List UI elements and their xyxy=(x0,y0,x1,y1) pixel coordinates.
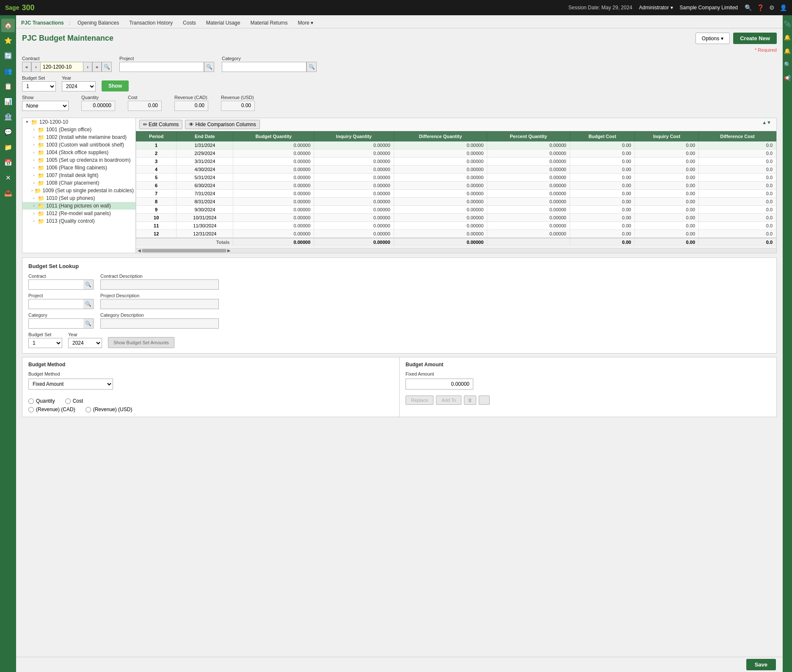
sidebar-users[interactable]: 👥 xyxy=(1,64,15,78)
budget-set-select[interactable]: 1 xyxy=(22,81,56,91)
radio-revenue-cad[interactable]: (Revenue) (CAD) xyxy=(28,407,75,412)
lookup-category-input[interactable] xyxy=(28,318,83,329)
settings-icon[interactable]: ⚙ xyxy=(769,4,775,11)
radio-cost-input[interactable] xyxy=(65,398,71,404)
lookup-project-search-btn[interactable]: 🔍 xyxy=(83,299,94,309)
lookup-category-search-btn[interactable]: 🔍 xyxy=(83,318,94,329)
radio-quantity-input[interactable] xyxy=(28,398,34,404)
tab-more[interactable]: More ▾ xyxy=(293,18,317,28)
tab-costs[interactable]: Costs xyxy=(178,18,201,28)
tab-material-returns[interactable]: Material Returns xyxy=(246,18,292,28)
tree-item[interactable]: › 📁 1012 (Re-model wall panels) xyxy=(22,210,135,217)
table-row: 6 6/30/2024 0.00000 0.00000 0.00000 0.00… xyxy=(136,182,776,190)
blank-action-button[interactable] xyxy=(479,395,490,405)
hide-comparison-button[interactable]: 👁 Hide Comparison Columns xyxy=(185,120,259,129)
lookup-year-select[interactable]: 2024 xyxy=(68,338,102,348)
sidebar-files[interactable]: 📁 xyxy=(1,141,15,154)
sidebar-export[interactable]: 📤 xyxy=(1,186,15,200)
show-button[interactable]: Show xyxy=(102,80,129,91)
radio-cost[interactable]: Cost xyxy=(65,398,83,404)
contract-last-btn[interactable]: » xyxy=(92,62,102,72)
nav-group-label[interactable]: PJC Transactions xyxy=(21,20,64,26)
replace-button[interactable]: Replace xyxy=(406,395,433,405)
lookup-budget-set-select[interactable]: 1 xyxy=(28,338,62,348)
create-new-button[interactable]: Create New xyxy=(733,33,777,44)
right-announce-icon[interactable]: 📢 xyxy=(784,73,791,83)
sidebar-close[interactable]: ✕ xyxy=(1,171,15,185)
show-budget-set-amounts-btn[interactable]: Show Budget Set Amounts xyxy=(108,337,174,348)
right-bell-icon-2[interactable]: 🔔 xyxy=(784,46,791,56)
cell-end-date: 4/30/2024 xyxy=(177,166,233,174)
fixed-amount-input[interactable] xyxy=(406,379,473,390)
h-scrollbar[interactable]: ◀ ▶ xyxy=(136,248,776,253)
edit-columns-button[interactable]: ✏ Edit Columns xyxy=(139,120,182,129)
tree-item[interactable]: › 📁 1008 (Chair placement) xyxy=(22,179,135,187)
sidebar-reports[interactable]: 📊 xyxy=(1,95,15,108)
sidebar-banking[interactable]: 🏦 xyxy=(1,110,15,124)
show-select[interactable]: None xyxy=(22,101,69,111)
scroll-right-icon[interactable]: ▶ xyxy=(226,248,232,253)
scroll-thumb[interactable] xyxy=(142,249,226,252)
tree-item[interactable]: › 📁 1007 (Install desk light) xyxy=(22,171,135,179)
sidebar-messages[interactable]: 💬 xyxy=(1,125,15,139)
lookup-contract-search-btn[interactable]: 🔍 xyxy=(83,279,94,290)
sidebar-star[interactable]: ⭐ xyxy=(1,34,15,47)
category-search-btn[interactable]: 🔍 xyxy=(306,62,317,72)
options-button[interactable]: Options ▾ xyxy=(695,33,730,44)
lookup-project-input[interactable] xyxy=(28,299,83,309)
right-attach-icon[interactable]: 📎 xyxy=(784,19,791,29)
radio-revenue-usd[interactable]: (Revenue) (USD) xyxy=(86,407,132,412)
tree-item[interactable]: › 📁 1011 (Hang pictures on wall) xyxy=(22,202,135,210)
admin-dropdown[interactable]: Administrator ▾ xyxy=(639,5,673,11)
expand-icon[interactable]: ▲▼ xyxy=(760,120,773,129)
radio-revenue-usd-input[interactable] xyxy=(86,407,91,412)
tree-item[interactable]: › 📁 1006 (Place filing cabinets) xyxy=(22,164,135,171)
cell-budget-cost: 0.00 xyxy=(570,158,635,166)
project-input[interactable] xyxy=(119,62,204,72)
save-button[interactable]: Save xyxy=(746,659,776,670)
help-icon[interactable]: ❓ xyxy=(757,4,764,11)
sidebar-calendar[interactable]: 📅 xyxy=(1,156,15,169)
contract-next-btn[interactable]: › xyxy=(83,62,92,72)
tree-item[interactable]: › 📁 1010 (Set up phones) xyxy=(22,194,135,202)
radio-revenue-cad-input[interactable] xyxy=(28,407,34,412)
lookup-contract-input[interactable] xyxy=(28,279,83,290)
search-icon[interactable]: 🔍 xyxy=(745,4,752,11)
sidebar-home[interactable]: 🏠 xyxy=(1,19,15,32)
tree-item[interactable]: › 📁 1001 (Design office) xyxy=(22,126,135,133)
tree-root[interactable]: ▼ 📁 120-1200-10 xyxy=(22,118,135,126)
contract-prev-btn[interactable]: ‹ xyxy=(31,62,41,72)
contract-search-btn[interactable]: 🔍 xyxy=(102,62,112,72)
tree-item[interactable]: › 📁 1003 (Custom wall unit/book shelf) xyxy=(22,141,135,149)
cell-diff-cost: 0.0 xyxy=(699,198,776,206)
project-search-btn[interactable]: 🔍 xyxy=(204,62,214,72)
year-select[interactable]: 2024 xyxy=(62,81,96,91)
tree-item[interactable]: › 📁 1005 (Set up credenza in boardroom) xyxy=(22,156,135,164)
add-to-button[interactable]: Add To xyxy=(436,395,461,405)
scroll-left-icon[interactable]: ◀ xyxy=(137,248,142,253)
revenue-cad-label: Revenue (CAD) xyxy=(174,95,208,100)
category-input[interactable] xyxy=(222,62,306,72)
data-grid[interactable]: Period End Date Budget Quantity Inquiry … xyxy=(136,131,776,248)
contract-input[interactable] xyxy=(41,62,83,72)
user-icon[interactable]: 👤 xyxy=(780,4,787,11)
right-bell-icon-1[interactable]: 🔔 xyxy=(784,32,791,42)
tab-opening-balances[interactable]: Opening Balances xyxy=(73,18,124,28)
sidebar-recent[interactable]: 🔄 xyxy=(1,49,15,63)
lookup-project-desc-label: Project Description xyxy=(100,293,219,298)
contract-first-btn[interactable]: « xyxy=(22,62,31,72)
right-search-icon[interactable]: 🔍 xyxy=(784,59,791,69)
sidebar-tasks[interactable]: 📋 xyxy=(1,80,15,93)
tree-item[interactable]: › 📁 1013 (Quality control) xyxy=(22,217,135,225)
budget-method-select[interactable]: Fixed Amount Spread Evenly By Period xyxy=(28,379,113,390)
tab-transaction-history[interactable]: Transaction History xyxy=(124,18,177,28)
top-bar: Sage 300 Session Date: May 29, 2024 Admi… xyxy=(0,0,792,15)
delete-button[interactable]: 🗑 xyxy=(464,395,476,405)
tree-item[interactable]: › 📁 1002 (Install white melamine board) xyxy=(22,133,135,141)
tree-resize-handle[interactable] xyxy=(134,118,135,253)
radio-quantity[interactable]: Quantity xyxy=(28,398,55,404)
required-note: * Required xyxy=(16,47,783,54)
tab-material-usage[interactable]: Material Usage xyxy=(201,18,245,28)
tree-item[interactable]: › 📁 1009 (Set up single pedestal in cubi… xyxy=(22,187,135,194)
tree-item[interactable]: › 📁 1004 (Stock office supplies) xyxy=(22,149,135,156)
